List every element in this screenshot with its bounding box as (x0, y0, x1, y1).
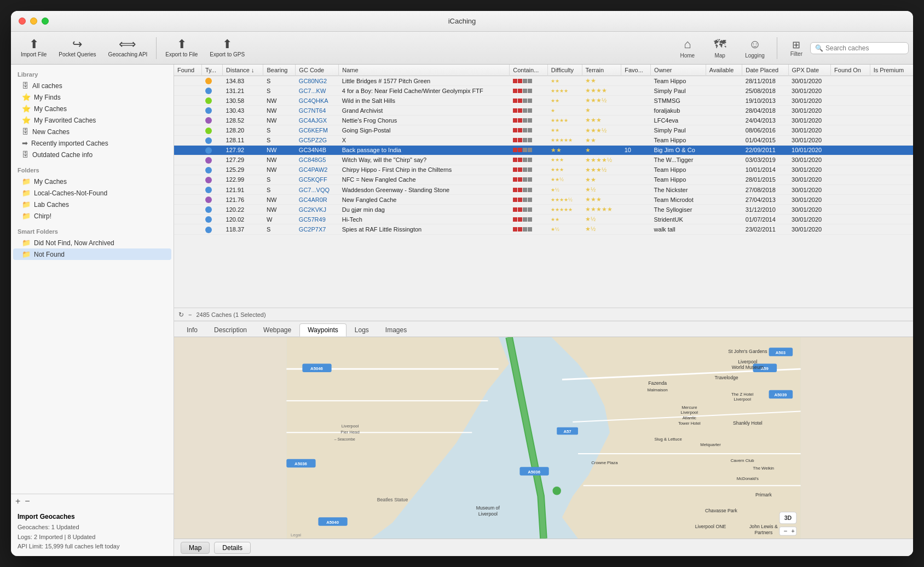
sidebar-item-all-caches[interactable]: 🗄 All caches (13, 80, 171, 91)
table-row[interactable]: 122.99SGC5KQFFNFC = New Fangled Cache ★★… (174, 175, 913, 184)
cell-bearing: NW (263, 205, 296, 215)
sidebar-item-my-caches[interactable]: ⭐ My Caches (13, 103, 171, 114)
table-row[interactable]: 125.29NWGC4PAW2Chirpy Hippo - First Chir… (174, 165, 913, 175)
table-row[interactable]: 130.43NWGC7NT64Grand Archivist ★★foralja… (174, 106, 913, 115)
col-type[interactable]: Ty... (202, 65, 223, 76)
col-difficulty[interactable]: Difficulty (547, 65, 582, 76)
table-row[interactable]: 128.52NWGC4AJGXNettie's Frog Chorus ★★★★… (174, 115, 913, 125)
col-gpx-date[interactable]: GPX Date (788, 65, 831, 76)
col-distance[interactable]: Distance ↓ (223, 65, 263, 76)
table-row[interactable]: 127.92NWGC34N4BBack passage to India ★★★… (174, 145, 913, 155)
logging-button[interactable]: ☺ Logging (736, 35, 773, 61)
table-row[interactable]: 130.58NWGC4QHKAWild in the Salt Hills ★★… (174, 96, 913, 106)
svg-text:Partners: Partners (754, 530, 773, 535)
tab-webpage[interactable]: Webpage (255, 323, 299, 337)
status-bar-icon2[interactable]: − (188, 311, 192, 318)
col-favo[interactable]: Favo... (621, 65, 651, 76)
close-button[interactable] (19, 18, 26, 25)
col-bearing[interactable]: Bearing (263, 65, 296, 76)
col-found[interactable]: Found (174, 65, 202, 76)
cell-found (174, 215, 202, 224)
cell-difficulty: ★★★★½ (547, 195, 582, 205)
map-bottom-bar: Map Details (174, 539, 913, 556)
table-row[interactable]: 118.37SGC2P7X7Spies at RAF Little Rissin… (174, 224, 913, 234)
table-row[interactable]: 128.11SGC5PZ2GX ★★★★★★★Team Hippo01/04/2… (174, 135, 913, 145)
svg-text:Liverpool ONE: Liverpool ONE (695, 524, 726, 529)
cell-is-premium (870, 86, 913, 96)
geocaching-api-button[interactable]: ⟺ Geocaching API (103, 36, 153, 60)
svg-text:– Seacombe: – Seacombe (334, 437, 355, 441)
col-container[interactable]: Contain... (510, 65, 547, 76)
sidebar-item-chirp[interactable]: 📁 Chirp! (13, 210, 171, 222)
cell-available (706, 165, 742, 175)
cell-bearing: S (263, 76, 296, 86)
sidebar-item-my-favorited[interactable]: ⭐ My Favorited Caches (13, 114, 171, 126)
col-is-premium[interactable]: Is Premium (870, 65, 913, 76)
details-view-button[interactable]: Details (214, 542, 251, 554)
cell-found (174, 205, 202, 215)
col-date-placed[interactable]: Date Placed (742, 65, 788, 76)
home-button[interactable]: ⌂ Home (671, 35, 703, 61)
sidebar-item-my-caches-folder[interactable]: 📁 My Caches (13, 176, 171, 187)
cell-date-placed: 27/08/2018 (742, 185, 788, 195)
svg-text:The Z Hotel: The Z Hotel (731, 392, 754, 397)
cache-table-area[interactable]: Found Ty... Distance ↓ Bearing GC Code N… (174, 65, 913, 308)
table-row[interactable]: 128.20SGC6KEFMGoing Sign-Postal ★★★★★½Si… (174, 125, 913, 135)
sidebar-item-new-caches[interactable]: 🗄 New Caches (13, 126, 171, 137)
export-to-gps-button[interactable]: ⬆ Export to GPS (204, 36, 250, 60)
col-found-on[interactable]: Found On (831, 65, 870, 76)
sidebar-item-my-finds[interactable]: ⭐ My Finds (13, 91, 171, 103)
table-row[interactable]: 134.83SGC80NG2Little Bridges # 1577 Pitc… (174, 76, 913, 86)
cell-type (202, 185, 223, 195)
map-view-button[interactable]: Map (181, 542, 210, 554)
tab-description[interactable]: Description (206, 323, 255, 337)
table-row[interactable]: 131.21SGC7...KW4 for a Boy: Near Field C… (174, 86, 913, 96)
svg-text:Liverpool: Liverpool (342, 424, 359, 429)
table-row[interactable]: 121.76NWGC4AR0RNew Fangled Cache ★★★★½★★… (174, 195, 913, 205)
sidebar-item-outdated[interactable]: 🗄 Outdated Cache info (13, 149, 171, 160)
export-to-file-button[interactable]: ⬆ Export to File (160, 36, 203, 60)
cell-terrain: ★★★½ (582, 165, 621, 175)
col-terrain[interactable]: Terrain (582, 65, 621, 76)
refresh-icon[interactable]: ↻ (178, 311, 184, 319)
maximize-button[interactable] (42, 18, 49, 25)
sidebar-item-local-caches[interactable]: 📁 Local-Caches-Not-Found (13, 187, 171, 199)
cell-container (510, 115, 547, 125)
map-button[interactable]: 🗺 Map (704, 35, 735, 61)
tab-images[interactable]: Images (377, 323, 415, 337)
svg-text:Malmaison: Malmaison (648, 387, 668, 392)
map-container[interactable]: A5046 A59 A5036 A5036 A57 A5040 A503 (174, 337, 913, 539)
sidebar-item-did-not-find[interactable]: 📁 Did Not Find, Now Archived (13, 237, 171, 248)
svg-text:Chavasse Park: Chavasse Park (705, 508, 738, 513)
table-row[interactable]: 120.22NWGC2KVKJDu gjør min dag ★★★★★★★★★… (174, 205, 913, 215)
table-row[interactable]: 120.02WGC57R49Hi-Tech ★★★½StridentUK01/0… (174, 215, 913, 224)
folder-icon: 📁 (22, 177, 31, 186)
col-available[interactable]: Available (706, 65, 742, 76)
tab-info[interactable]: Info (178, 323, 206, 337)
col-name[interactable]: Name (339, 65, 510, 76)
cell-gccode: GC5KQFF (296, 175, 339, 184)
cell-difficulty: ★★★★★ (547, 135, 582, 145)
cell-difficulty: ★★ (547, 125, 582, 135)
table-row[interactable]: 121.91SGC7...VQQWaddesdon Greenway - Sta… (174, 185, 913, 195)
col-gccode[interactable]: GC Code (296, 65, 339, 76)
cell-name: New Fangled Cache (339, 195, 510, 205)
add-folder-button[interactable]: + (15, 496, 20, 506)
import-file-button[interactable]: ⬆ Import File (15, 36, 52, 60)
minimize-button[interactable] (30, 18, 37, 25)
filter-button[interactable]: ⊞ Filter (785, 37, 808, 59)
search-input[interactable] (825, 44, 904, 52)
svg-text:A5036: A5036 (294, 461, 307, 466)
pocket-queries-button[interactable]: ↪ Pocket Queries (53, 36, 101, 60)
tab-logs[interactable]: Logs (347, 323, 377, 337)
sidebar-item-lab-caches[interactable]: 📁 Lab Caches (13, 199, 171, 210)
cell-owner: Simply Paul (651, 86, 706, 96)
sidebar-item-recently-imported[interactable]: ➡ Recently imported Caches (13, 137, 171, 149)
tab-waypoints[interactable]: Waypoints (299, 323, 347, 337)
remove-folder-button[interactable]: − (25, 496, 30, 506)
cell-favo (621, 165, 651, 175)
sidebar-item-not-found[interactable]: 📁 Not Found (13, 248, 171, 260)
col-owner[interactable]: Owner (651, 65, 706, 76)
table-row[interactable]: 127.29NWGC848G5Witch Way, will the "Chir… (174, 155, 913, 165)
search-box[interactable]: 🔍 (810, 42, 909, 54)
